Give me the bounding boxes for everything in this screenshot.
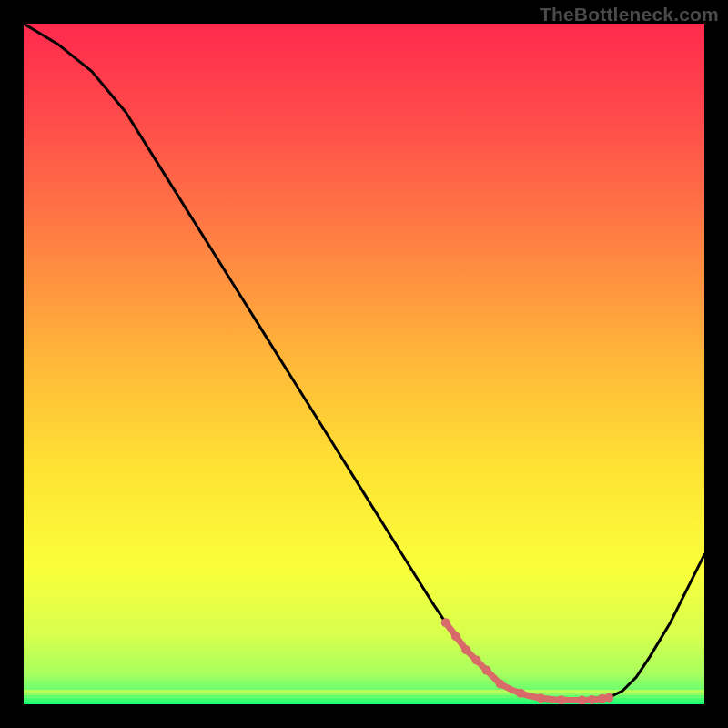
svg-point-6 xyxy=(451,632,460,641)
svg-point-9 xyxy=(482,666,491,675)
watermark-text: TheBottleneck.com xyxy=(540,4,719,25)
svg-point-15 xyxy=(588,695,597,704)
plot-area xyxy=(24,24,704,704)
svg-point-10 xyxy=(496,680,505,689)
plot-svg xyxy=(24,24,704,704)
svg-point-8 xyxy=(471,655,480,664)
svg-rect-0 xyxy=(24,690,704,693)
svg-point-7 xyxy=(461,645,470,654)
svg-point-17 xyxy=(604,693,613,703)
svg-point-13 xyxy=(557,695,566,704)
chart-stage: TheBottleneck.com xyxy=(0,0,728,728)
svg-point-11 xyxy=(516,689,525,698)
svg-point-5 xyxy=(441,618,450,627)
svg-point-12 xyxy=(536,693,545,703)
gradient-background xyxy=(24,24,704,704)
